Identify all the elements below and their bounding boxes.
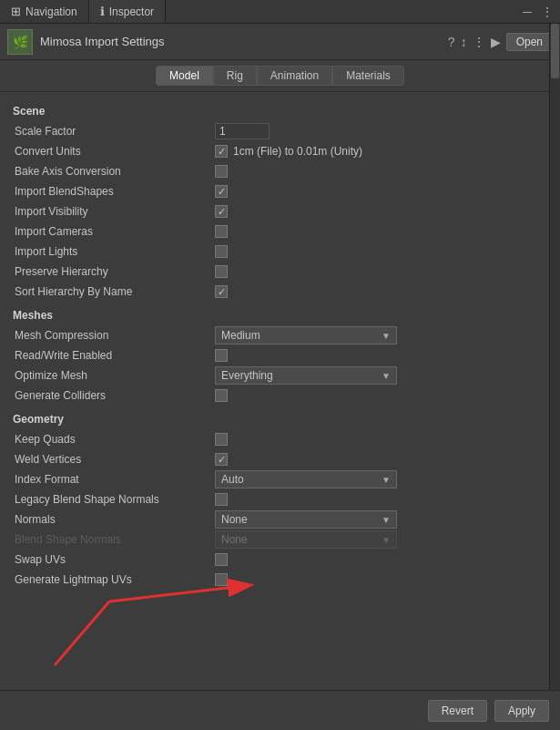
chevron-down-icon-4: ▼ [382, 515, 391, 525]
label-import-visibility: Import Visibility [15, 205, 215, 218]
dropdown-blend-shape-normals[interactable]: None ▼ [215, 530, 397, 549]
value-mesh-compression: Medium ▼ [215, 326, 545, 344]
dropdown-mesh-compression[interactable]: Medium ▼ [215, 326, 397, 344]
label-mesh-compression: Mesh Compression [15, 329, 215, 342]
dropdown-index-format-value: Auto [221, 473, 244, 486]
value-optimize-mesh: Everything ▼ [215, 366, 545, 385]
dropdown-normals[interactable]: None ▼ [215, 510, 397, 529]
section-scene: Scene [13, 105, 547, 118]
row-import-lights: Import Lights [13, 242, 547, 262]
checkbox-import-visibility[interactable] [215, 205, 228, 218]
value-keep-quads [215, 433, 545, 446]
label-convert-units: Convert Units [15, 145, 215, 158]
row-mesh-compression: Mesh Compression Medium ▼ [13, 325, 547, 345]
content-area: Scene Scale Factor Convert Units 1cm (Fi… [0, 92, 560, 687]
row-sort-hierarchy: Sort Hierarchy By Name [13, 282, 547, 302]
checkbox-legacy-blend-shape-normals[interactable] [215, 493, 228, 506]
row-generate-colliders: Generate Colliders [13, 386, 547, 406]
value-convert-units: 1cm (File) to 0.01m (Unity) [215, 145, 545, 158]
value-legacy-blend-shape-normals [215, 493, 545, 506]
value-read-write [215, 349, 545, 362]
tab-bar: ⊞ Navigation ℹ Inspector ─ ⋮ [0, 0, 560, 24]
tab-controls: ─ ⋮ [520, 0, 560, 23]
dropdown-mesh-compression-value: Medium [221, 329, 260, 342]
row-optimize-mesh: Optimize Mesh Everything ▼ [13, 365, 547, 386]
label-read-write: Read/Write Enabled [15, 349, 215, 362]
dropdown-index-format[interactable]: Auto ▼ [215, 470, 397, 488]
checkbox-read-write[interactable] [215, 349, 228, 362]
value-generate-colliders [215, 389, 545, 402]
value-import-cameras [215, 225, 545, 238]
checkbox-keep-quads[interactable] [215, 433, 228, 446]
label-keep-quads: Keep Quads [15, 433, 215, 446]
label-scale-factor: Scale Factor [15, 125, 215, 138]
checkbox-convert-units[interactable] [215, 145, 228, 158]
label-sort-hierarchy: Sort Hierarchy By Name [15, 285, 215, 298]
chevron-down-icon-5: ▼ [382, 535, 391, 545]
more-icon[interactable]: ⋮ [538, 5, 556, 19]
label-blend-shape-normals: Blend Shape Normals [15, 533, 215, 546]
menu-icon[interactable]: ⋮ [473, 35, 485, 49]
row-scale-factor: Scale Factor [13, 121, 547, 141]
row-preserve-hierarchy: Preserve Hierarchy [13, 262, 547, 282]
row-normals: Normals None ▼ [13, 509, 547, 530]
row-import-visibility: Import Visibility [13, 201, 547, 221]
help-icon[interactable]: ? [448, 35, 455, 49]
input-scale-factor[interactable] [215, 123, 270, 139]
tab-animation[interactable]: Animation [257, 66, 332, 86]
sub-tabs: Model Rig Animation Materials [0, 60, 560, 92]
settings-icon[interactable]: ↕ [461, 35, 467, 49]
value-import-visibility [215, 205, 545, 218]
scrollbar-thumb[interactable] [551, 24, 559, 78]
checkbox-preserve-hierarchy[interactable] [215, 265, 228, 278]
row-convert-units: Convert Units 1cm (File) to 0.01m (Unity… [13, 141, 547, 161]
row-keep-quads: Keep Quads [13, 429, 547, 449]
chevron-down-icon: ▼ [382, 331, 391, 341]
row-blend-shape-normals: Blend Shape Normals None ▼ [13, 530, 547, 550]
value-generate-lightmap-uvs [215, 573, 545, 586]
row-swap-uvs: Swap UVs [13, 550, 547, 570]
open-button[interactable]: Open [506, 33, 553, 51]
tab-rig[interactable]: Rig [213, 66, 257, 86]
footer: Revert Apply [0, 690, 560, 730]
section-geometry: Geometry [13, 413, 547, 426]
checkbox-generate-lightmap-uvs[interactable] [215, 573, 228, 586]
value-bake-axis [215, 165, 545, 178]
checkbox-weld-vertices[interactable] [215, 453, 228, 466]
label-legacy-blend-shape-normals: Legacy Blend Shape Normals [15, 493, 215, 506]
checkbox-sort-hierarchy[interactable] [215, 285, 228, 298]
checkbox-import-cameras[interactable] [215, 225, 228, 238]
tab-inspector[interactable]: ℹ Inspector [89, 0, 166, 23]
apply-button[interactable]: Apply [494, 700, 549, 722]
value-index-format: Auto ▼ [215, 470, 545, 488]
inspector-icon: ℹ [100, 5, 105, 18]
navigation-icon: ⊞ [11, 5, 21, 18]
convert-units-text: 1cm (File) to 0.01m (Unity) [233, 145, 362, 158]
value-import-lights [215, 245, 545, 258]
tab-navigation[interactable]: ⊞ Navigation [0, 0, 89, 23]
label-generate-colliders: Generate Colliders [15, 389, 215, 402]
row-import-cameras: Import Cameras [13, 221, 547, 242]
checkbox-bake-axis[interactable] [215, 165, 228, 178]
checkbox-import-lights[interactable] [215, 245, 228, 258]
checkbox-import-blendshapes[interactable] [215, 185, 228, 198]
chevron-down-icon-3: ▼ [382, 475, 391, 485]
label-preserve-hierarchy: Preserve Hierarchy [15, 265, 215, 278]
chevron-down-icon-2: ▼ [382, 371, 391, 381]
chevron-right-icon[interactable]: ▶ [491, 35, 501, 49]
label-import-cameras: Import Cameras [15, 225, 215, 238]
revert-button[interactable]: Revert [428, 700, 487, 722]
scrollbar[interactable] [549, 24, 560, 690]
dropdown-normals-value: None [221, 513, 248, 526]
value-normals: None ▼ [215, 510, 545, 529]
value-scale-factor [215, 123, 545, 139]
section-meshes: Meshes [13, 309, 547, 322]
tab-materials[interactable]: Materials [332, 66, 404, 86]
label-swap-uvs: Swap UVs [15, 553, 215, 566]
label-optimize-mesh: Optimize Mesh [15, 369, 215, 382]
dropdown-optimize-mesh[interactable]: Everything ▼ [215, 366, 397, 385]
minimize-icon[interactable]: ─ [520, 5, 535, 19]
tab-model[interactable]: Model [156, 66, 213, 86]
checkbox-swap-uvs[interactable] [215, 553, 228, 566]
checkbox-generate-colliders[interactable] [215, 389, 228, 402]
